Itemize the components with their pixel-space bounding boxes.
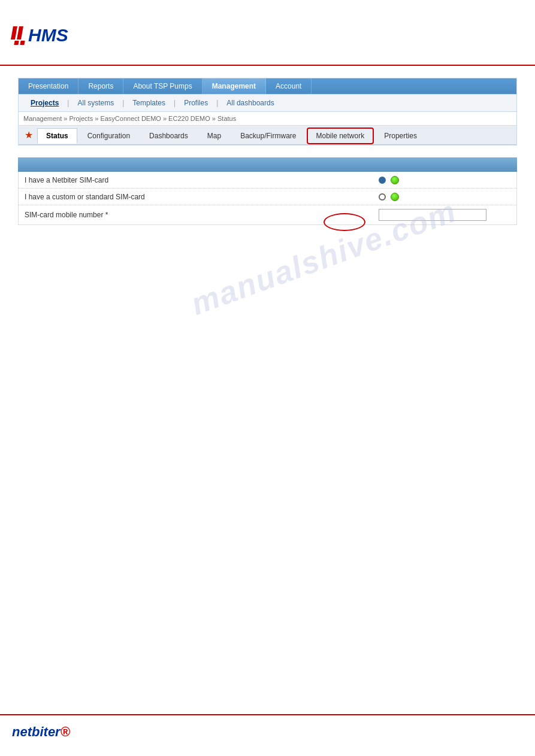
nav-container: Presentation Reports About TSP Pumps Man…: [18, 78, 517, 145]
green-indicator-custom-sim: [391, 193, 399, 201]
tab-mobile-network[interactable]: Mobile network: [307, 127, 374, 144]
secondary-nav-profiles[interactable]: Profiles: [177, 97, 215, 109]
radio-custom-sim[interactable]: [379, 193, 386, 201]
hms-logo-text: HMS: [28, 25, 68, 45]
secondary-nav-projects[interactable]: Projects: [23, 97, 66, 109]
tab-backup-firmware[interactable]: Backup/Firmware: [231, 128, 305, 144]
main-content: Presentation Reports About TSP Pumps Man…: [0, 66, 535, 237]
secondary-nav-templates[interactable]: Templates: [125, 97, 173, 109]
content-section: I have a Netbiter SIM-card I have a cust…: [18, 157, 517, 225]
nav-item-reports[interactable]: Reports: [78, 78, 123, 94]
tab-properties[interactable]: Properties: [375, 128, 426, 144]
tab-configuration[interactable]: Configuration: [78, 128, 139, 144]
nav-divider-1: |: [67, 97, 69, 109]
secondary-nav-allsystems[interactable]: All systems: [70, 97, 121, 109]
hms-logo: HMS: [12, 25, 68, 45]
label-custom-sim: I have a custom or standard SIM-card: [25, 193, 379, 201]
netbiter-logo-dot: ®: [61, 724, 70, 739]
nav-divider-3: |: [174, 97, 176, 109]
nav-item-about[interactable]: About TSP Pumps: [123, 78, 202, 94]
control-sim-number: [379, 209, 510, 221]
form-table: I have a Netbiter SIM-card I have a cust…: [18, 172, 517, 225]
radio-netbiter-sim[interactable]: [379, 177, 386, 184]
section-header: [18, 157, 517, 172]
control-custom-sim: [379, 193, 510, 201]
netbiter-logo: netbiter®: [12, 724, 523, 740]
nav-item-management[interactable]: Management: [202, 78, 266, 94]
tab-dashboards[interactable]: Dashboards: [140, 128, 197, 144]
top-header: HMS: [0, 0, 535, 66]
nav-item-presentation[interactable]: Presentation: [19, 78, 78, 94]
sim-number-input[interactable]: [379, 209, 486, 221]
primary-nav: Presentation Reports About TSP Pumps Man…: [19, 78, 516, 94]
secondary-nav: Projects | All systems | Templates | Pro…: [19, 94, 516, 112]
form-row-netbiter-sim: I have a Netbiter SIM-card: [19, 172, 516, 189]
footer: netbiter®: [0, 714, 535, 756]
control-netbiter-sim: [379, 176, 510, 184]
secondary-nav-alldashboards[interactable]: All dashboards: [219, 97, 281, 109]
nav-item-account[interactable]: Account: [266, 78, 312, 94]
nav-divider-2: |: [122, 97, 124, 109]
breadcrumb: Management » Projects » EasyConnect DEMO…: [19, 112, 516, 126]
tab-status[interactable]: Status: [37, 128, 77, 144]
tab-map[interactable]: Map: [198, 128, 230, 144]
label-netbiter-sim: I have a Netbiter SIM-card: [25, 176, 379, 184]
green-indicator-netbiter-sim: [391, 176, 399, 184]
nav-divider-4: |: [216, 97, 218, 109]
form-row-sim-number: SIM-card mobile number *: [19, 205, 516, 224]
form-row-custom-sim: I have a custom or standard SIM-card: [19, 189, 516, 205]
tab-nav: ★ Status Configuration Dashboards Map Ba…: [19, 126, 516, 145]
star-icon[interactable]: ★: [21, 127, 37, 143]
label-sim-number: SIM-card mobile number *: [25, 211, 379, 219]
